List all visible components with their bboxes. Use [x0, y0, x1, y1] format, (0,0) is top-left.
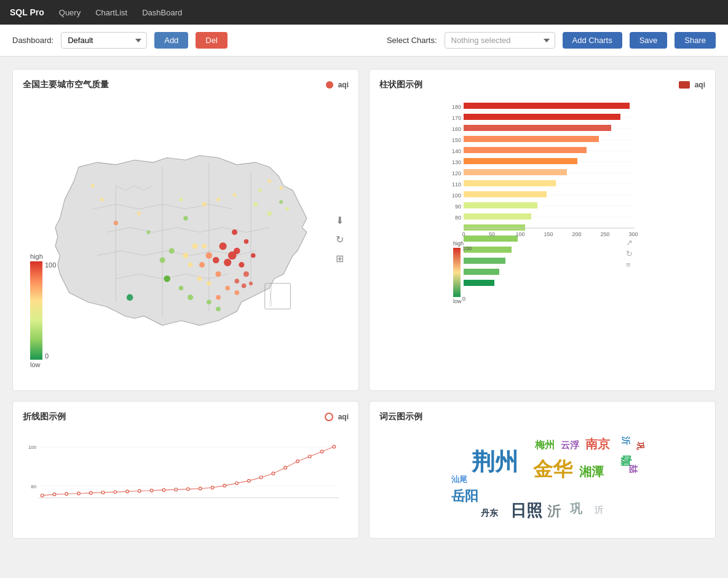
svg-point-134 [308, 455, 311, 458]
svg-point-114 [65, 493, 68, 496]
svg-text:南京: 南京 [585, 437, 611, 451]
svg-point-130 [259, 476, 263, 479]
svg-point-29 [179, 286, 184, 291]
svg-point-25 [202, 244, 207, 249]
select-charts-dropdown[interactable]: Nothing selected [445, 32, 555, 49]
svg-rect-83 [464, 202, 537, 208]
svg-point-3 [234, 248, 240, 255]
scale-low-label: low [30, 361, 41, 368]
svg-point-5 [213, 257, 220, 264]
svg-rect-90 [464, 280, 494, 286]
table-icon[interactable]: ⊞ [336, 253, 344, 264]
share-button[interactable]: Share [675, 32, 716, 49]
svg-point-23 [197, 277, 202, 282]
svg-rect-79 [464, 158, 577, 164]
svg-point-10 [243, 271, 249, 277]
svg-rect-78 [464, 147, 587, 153]
svg-point-22 [188, 263, 193, 267]
word-cloud-title: 词云图示例 [379, 411, 422, 422]
svg-text:110: 110 [452, 181, 461, 188]
line-chart-title-bar: 折线图示例 aqi [23, 411, 349, 422]
line-chart-svg: 100 80 [23, 430, 349, 522]
svg-text:80: 80 [455, 215, 461, 221]
svg-text:喆: 喆 [628, 465, 638, 473]
china-map-svg [23, 98, 349, 381]
dashboard-label: Dashboard: [12, 36, 53, 45]
svg-rect-74 [464, 103, 630, 109]
svg-point-129 [247, 480, 250, 483]
refresh-icon[interactable]: ↻ [336, 234, 344, 245]
svg-point-112 [41, 494, 44, 497]
svg-point-34 [183, 216, 188, 221]
svg-text:100: 100 [462, 245, 472, 251]
svg-point-40 [216, 198, 220, 202]
svg-point-38 [179, 198, 183, 202]
nav-query[interactable]: Query [59, 8, 81, 17]
add-button[interactable]: Add [154, 32, 188, 49]
svg-point-45 [267, 179, 271, 183]
svg-point-21 [183, 253, 188, 258]
svg-text:160: 160 [452, 126, 461, 132]
save-button[interactable]: Save [630, 32, 668, 49]
bar-chart-container: 180 170 160 150 140 130 120 110 100 90 8… [379, 98, 705, 356]
nav-bar: SQL Pro Query ChartList DashBoard [0, 0, 728, 25]
svg-text:100: 100 [515, 231, 524, 237]
svg-point-41 [232, 193, 236, 197]
svg-point-43 [267, 212, 272, 216]
wordcloud-container: 荆州 梅州 云浮 南京 沂 巩 汕尾 金华 岳阳 湘潭 咖 喆 丹东 日照 沂 … [379, 430, 705, 528]
color-scale: high 100 0 low [30, 253, 56, 368]
svg-text:120: 120 [452, 170, 461, 176]
svg-rect-77 [464, 136, 599, 142]
svg-point-32 [216, 307, 221, 312]
svg-point-50 [100, 198, 104, 202]
svg-point-15 [199, 262, 205, 267]
line-legend-circle [325, 413, 333, 421]
toolbar: Dashboard: Default Add Del Select Charts… [0, 25, 728, 57]
line-chart-title: 折线图示例 [23, 411, 66, 422]
svg-text:湘潭: 湘潭 [579, 465, 604, 478]
svg-rect-81 [464, 180, 556, 186]
svg-rect-88 [464, 258, 505, 264]
del-button[interactable]: Del [196, 32, 228, 49]
svg-point-119 [126, 490, 129, 493]
svg-rect-80 [464, 169, 567, 175]
dashboard-select[interactable]: Default [61, 32, 147, 49]
svg-point-123 [175, 488, 178, 491]
svg-point-49 [91, 184, 95, 188]
wordcloud-svg: 荆州 梅州 云浮 南京 沂 巩 汕尾 金华 岳阳 湘潭 咖 喆 丹东 日照 沂 … [379, 430, 705, 522]
svg-point-39 [202, 202, 207, 207]
svg-text:0: 0 [462, 296, 465, 302]
svg-point-16 [215, 271, 221, 277]
svg-point-20 [192, 243, 198, 249]
svg-point-122 [162, 489, 165, 492]
svg-point-128 [235, 481, 239, 485]
bar-chart-title: 柱状图示例 [379, 79, 422, 90]
svg-text:150: 150 [452, 137, 461, 143]
svg-point-115 [77, 492, 81, 495]
svg-point-33 [127, 294, 133, 301]
select-charts-label: Select Charts: [387, 36, 437, 45]
svg-point-136 [333, 445, 336, 448]
download-icon[interactable]: ⬇ [336, 215, 344, 226]
svg-text:100: 100 [28, 445, 37, 450]
svg-point-120 [138, 489, 141, 493]
map-chart-title: 全国主要城市空气质量 [23, 79, 109, 90]
nav-chartlist[interactable]: ChartList [95, 8, 127, 17]
svg-text:沂: 沂 [547, 504, 561, 519]
nav-dashboard[interactable]: DashBoard [142, 8, 182, 17]
svg-point-42 [253, 202, 258, 207]
scale-high-label: high [30, 253, 43, 260]
svg-text:100: 100 [452, 192, 461, 199]
svg-point-7 [232, 229, 237, 235]
map-actions: ⬇ ↻ ⊞ [336, 215, 344, 264]
add-charts-button[interactable]: Add Charts [563, 32, 622, 49]
scale-100-label: 100 [45, 261, 56, 269]
svg-point-18 [216, 295, 221, 300]
svg-point-133 [296, 460, 299, 463]
svg-point-6 [239, 262, 244, 267]
svg-point-132 [284, 466, 287, 469]
map-chart-card: 全国主要城市空气质量 aqi [12, 69, 359, 391]
svg-text:岳阳: 岳阳 [451, 488, 478, 504]
svg-point-31 [207, 299, 212, 304]
nav-brand: SQL Pro [10, 7, 44, 17]
